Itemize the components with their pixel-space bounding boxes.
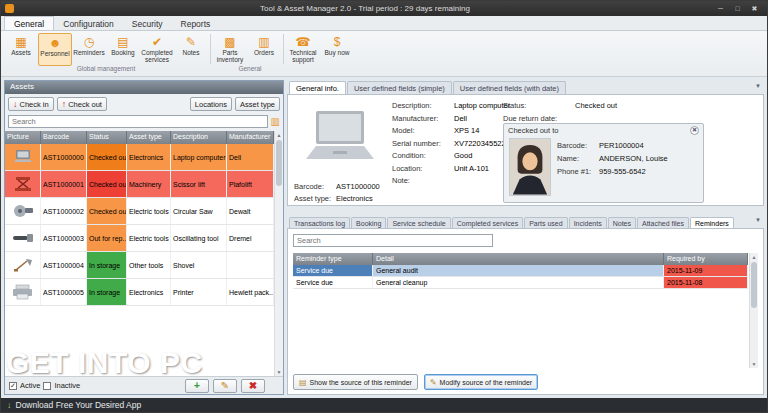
- close-button[interactable]: ✖: [746, 5, 763, 13]
- ribbon-item-reminders[interactable]: ◷ Reminders: [72, 33, 106, 66]
- add-asset-button[interactable]: +: [185, 379, 209, 393]
- ribbon-label: Notes: [183, 49, 200, 56]
- tab-notes[interactable]: Notes: [608, 217, 636, 228]
- col-manufacturer[interactable]: Manufacturer: [227, 131, 274, 144]
- asset-id-block: Barcode: AST1000000 Asset type: Electron…: [294, 182, 380, 206]
- menu-tab-configuration[interactable]: Configuration: [54, 17, 123, 30]
- col-status[interactable]: Status: [87, 131, 127, 144]
- assets-search-row: ▥: [5, 113, 283, 131]
- assets-search-input[interactable]: [8, 115, 268, 128]
- ribbon-group-labels: Global management General: [1, 65, 767, 76]
- cell-barcode: AST1000000: [41, 144, 87, 170]
- check-out-icon: ↑: [62, 99, 67, 109]
- tab-general-info[interactable]: General info.: [289, 81, 346, 94]
- ribbon-item-parts-inventory[interactable]: ▩ Parts inventory: [213, 33, 247, 66]
- ribbon-item-booking[interactable]: ▤ Booking: [106, 33, 140, 66]
- asset-row[interactable]: AST1000000 Checked out Electronics Lapto…: [5, 144, 274, 171]
- assets-grid-header: Picture Barcode Status Asset type Descri…: [5, 131, 274, 144]
- edit-asset-button[interactable]: ✎: [213, 379, 237, 393]
- tab-incidents[interactable]: Incidents: [569, 217, 607, 228]
- ribbon-item-buy-now[interactable]: $ Buy now: [320, 33, 354, 66]
- tab-udf-date[interactable]: User defined fields (with date): [453, 81, 566, 94]
- buy-now-icon: $: [334, 35, 341, 49]
- scroll-thumb[interactable]: [751, 262, 757, 308]
- col-barcode[interactable]: Barcode: [41, 131, 87, 144]
- cell-description: Circular Saw: [171, 198, 227, 224]
- show-source-button[interactable]: ▤ Show the source of this reminder: [293, 374, 418, 390]
- asset-row[interactable]: AST1000004 In storage Other tools Shovel: [5, 252, 274, 279]
- tab-parts-used[interactable]: Parts used: [524, 217, 567, 228]
- group-label-global-management: Global management: [3, 65, 209, 72]
- tab-attached-files[interactable]: Attached files: [637, 217, 689, 228]
- panel-splitter[interactable]: [287, 206, 764, 214]
- ribbon-item-personnel[interactable]: ☻ Personnel: [38, 33, 72, 66]
- asset-row[interactable]: AST1000001 Checked out Machinery Scissor…: [5, 171, 274, 198]
- col-detail[interactable]: Detail: [373, 253, 664, 265]
- assets-scrollbar[interactable]: ▲ ▼: [274, 131, 283, 376]
- ribbon-item-completed-services[interactable]: ✔ Completed services: [140, 33, 174, 66]
- menu-tab-reports[interactable]: Reports: [172, 17, 220, 30]
- ribbon-item-notes[interactable]: ✎ Notes: [174, 33, 208, 66]
- asset-type-button[interactable]: Asset type: [235, 97, 280, 111]
- col-picture[interactable]: Picture: [5, 131, 41, 144]
- barcode-label: Barcode:: [294, 182, 336, 194]
- ribbon-item-assets[interactable]: ▦ Assets: [4, 33, 38, 66]
- scroll-up-icon[interactable]: ▲: [275, 131, 283, 139]
- minimize-button[interactable]: ─: [712, 5, 729, 12]
- tab-transactions-log[interactable]: Transactions log: [289, 217, 350, 228]
- ribbon-item-orders[interactable]: ▥ Orders: [247, 33, 281, 66]
- reminders-search-input[interactable]: [293, 234, 493, 247]
- col-asset-type[interactable]: Asset type: [127, 131, 171, 144]
- locations-label: Locations: [195, 100, 227, 109]
- locations-button[interactable]: Locations: [190, 97, 232, 111]
- asset-row[interactable]: AST1000005 In storage Electronics Printe…: [5, 279, 274, 306]
- scroll-thumb[interactable]: [276, 140, 282, 186]
- scroll-up-icon[interactable]: ▲: [750, 253, 758, 261]
- col-description[interactable]: Description: [171, 131, 227, 144]
- check-in-button[interactable]: ↓ Check in: [8, 97, 54, 111]
- maximize-button[interactable]: □: [729, 5, 746, 12]
- cell-status: Checked out: [87, 198, 127, 224]
- menu-tab-security[interactable]: Security: [123, 17, 172, 30]
- cell-asset-type: Electronics: [127, 279, 171, 305]
- active-label: Active: [20, 381, 40, 390]
- watermark-bar-text: Download Free Your Desired App: [16, 400, 142, 410]
- close-icon[interactable]: ✖: [690, 126, 699, 135]
- app-icon: [5, 4, 14, 13]
- inactive-checkbox[interactable]: [43, 382, 51, 390]
- col-reminder-type[interactable]: Reminder type: [293, 253, 373, 265]
- delete-asset-button[interactable]: ✖: [241, 379, 265, 393]
- reminder-row[interactable]: Service due General audit 2015-11-09: [293, 265, 748, 277]
- watermark-text: GET INTO PC: [6, 346, 203, 380]
- tab-service-schedule[interactable]: Service schedule: [387, 217, 450, 228]
- tab-udf-simple[interactable]: User defined fields (simple): [347, 81, 452, 94]
- active-checkbox[interactable]: ✓: [9, 382, 17, 390]
- person-field-label: Phone #1:: [557, 167, 599, 180]
- menu-tab-general[interactable]: General: [4, 16, 54, 30]
- cell-manufacturer: Dewalt: [227, 198, 274, 224]
- tab-reminders[interactable]: Reminders: [690, 217, 734, 228]
- asset-row[interactable]: AST1000003 Out for rep... Electric tools…: [5, 225, 274, 252]
- asset-thumbnail-oscillating-tool: [5, 225, 41, 251]
- asset-type-label: Asset type: [240, 100, 275, 109]
- tab-booking[interactable]: Booking: [351, 217, 386, 228]
- ribbon-item-technical-support[interactable]: ☎ Technical support: [286, 33, 320, 66]
- reminders-scrollbar[interactable]: ▲ ▼: [749, 253, 758, 368]
- chevron-down-icon[interactable]: ▼: [755, 83, 761, 89]
- ribbon-label: Assets: [11, 49, 31, 56]
- col-required-by[interactable]: Required by: [664, 253, 748, 265]
- reminder-row[interactable]: Service due General cleanup 2015-11-08: [293, 277, 748, 289]
- modify-source-button[interactable]: ✎ Modify source of the reminder: [424, 374, 538, 390]
- cell-detail: General audit: [373, 265, 664, 276]
- asset-row[interactable]: AST1000002 Checked out Electric tools Ci…: [5, 198, 274, 225]
- filter-icon[interactable]: ▥: [271, 117, 280, 127]
- scroll-down-icon[interactable]: ▼: [750, 360, 758, 368]
- scroll-down-icon[interactable]: ▼: [275, 368, 283, 376]
- ribbon-divider: [210, 34, 211, 64]
- check-out-button[interactable]: ↑ Check out: [57, 97, 107, 111]
- sub-tab-bar: Transactions log Booking Service schedul…: [287, 214, 764, 228]
- chevron-down-icon[interactable]: ▼: [755, 217, 761, 223]
- asset-photo: [294, 99, 386, 179]
- field-label: Serial number:: [392, 139, 454, 152]
- tab-completed-services[interactable]: Completed services: [452, 217, 523, 228]
